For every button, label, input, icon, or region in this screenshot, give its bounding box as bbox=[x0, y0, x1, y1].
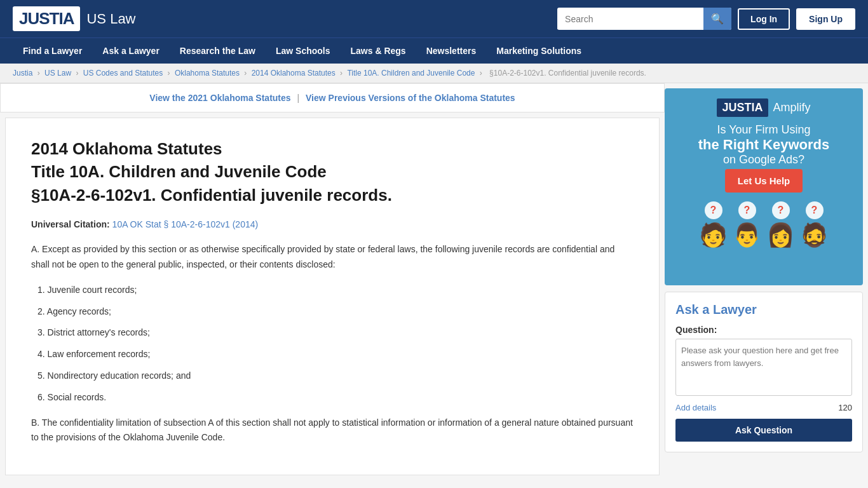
view-2021-link[interactable]: View the 2021 Oklahoma Statutes bbox=[149, 93, 290, 103]
list-item-2: 2. Agency records; bbox=[37, 304, 634, 320]
ad-headline: Is Your Firm Using the Right Keywords on… bbox=[698, 123, 830, 166]
title-line2: Title 10A. Children and Juvenile Code bbox=[31, 162, 327, 181]
nav-newsletters[interactable]: Newsletters bbox=[416, 38, 487, 64]
nav-find-lawyer[interactable]: Find a Lawyer bbox=[13, 38, 92, 64]
person-icon-1: 🧑 bbox=[699, 222, 728, 248]
ad-headline3: on Google Ads? bbox=[723, 153, 804, 166]
site-name: US Law bbox=[86, 11, 135, 27]
logo-text: JUSTIA bbox=[19, 9, 74, 28]
citation-link[interactable]: 10A OK Stat § 10A-2-6-102v1 (2014) bbox=[112, 219, 259, 229]
paragraph-b: B. The confidentiality limitation of sub… bbox=[31, 416, 634, 446]
search-bar: 🔍 bbox=[557, 8, 731, 30]
logo-area: JUSTIA US Law bbox=[13, 6, 136, 31]
citation-line: Universal Citation: 10A OK Stat § 10A-2-… bbox=[31, 219, 634, 229]
statute-document: 2014 Oklahoma Statutes Title 10A. Childr… bbox=[5, 118, 660, 475]
search-button[interactable]: 🔍 bbox=[703, 8, 731, 30]
ask-lawyer-title: Ask a Lawyer bbox=[675, 302, 852, 317]
content-area: View the 2021 Oklahoma Statutes | View P… bbox=[0, 83, 665, 480]
list-items: 1. Juvenile court records; 2. Agency rec… bbox=[31, 283, 634, 405]
bubble-4: ? bbox=[806, 201, 824, 219]
bubble-1: ? bbox=[705, 201, 722, 219]
person-icon-2: 👨 bbox=[733, 222, 761, 248]
nav-laws-regs[interactable]: Laws & Regs bbox=[341, 38, 416, 64]
citation-label: Universal Citation: bbox=[31, 219, 110, 229]
add-details-link[interactable]: Add details bbox=[675, 403, 716, 412]
bubble-3: ? bbox=[772, 201, 790, 219]
breadcrumb-sep-2: › bbox=[76, 69, 80, 78]
nav-ask-lawyer[interactable]: Ask a Lawyer bbox=[92, 38, 170, 64]
view-previous-link[interactable]: View Previous Versions of the Oklahoma S… bbox=[306, 93, 515, 103]
ask-footer: Add details 120 bbox=[675, 403, 852, 412]
ad-box: JUSTIA Amplify Is Your Firm Using the Ri… bbox=[665, 88, 863, 285]
ad-headline1: Is Your Firm Using bbox=[717, 123, 810, 136]
breadcrumb-2014-ok[interactable]: 2014 Oklahoma Statutes bbox=[252, 69, 336, 78]
signup-button[interactable]: Sign Up bbox=[796, 8, 855, 30]
person-icon-3: 👩 bbox=[766, 222, 795, 248]
logo-box: JUSTIA bbox=[13, 6, 80, 31]
ad-amplify-label: Amplify bbox=[773, 101, 811, 114]
ad-cta-button[interactable]: Let Us Help bbox=[725, 169, 803, 193]
ad-illustration: ? 🧑 ? 👨 ? 👩 ? 🧔 bbox=[699, 201, 829, 248]
ad-logo: JUSTIA bbox=[722, 101, 763, 114]
ad-headline2: the Right Keywords bbox=[698, 137, 830, 153]
figure-4: ? 🧔 bbox=[800, 201, 829, 248]
sidebar: JUSTIA Amplify Is Your Firm Using the Ri… bbox=[665, 83, 868, 480]
nav-marketing[interactable]: Marketing Solutions bbox=[486, 38, 592, 64]
breadcrumb: Justia › US Law › US Codes and Statutes … bbox=[0, 64, 868, 83]
breadcrumb-sep-6: › bbox=[480, 69, 484, 78]
breadcrumb-sep-1: › bbox=[37, 69, 42, 78]
search-input[interactable] bbox=[557, 9, 703, 29]
nav-research[interactable]: Research the Law bbox=[170, 38, 266, 64]
list-item-1: 1. Juvenile court records; bbox=[37, 283, 634, 298]
login-button[interactable]: Log In bbox=[738, 8, 790, 30]
ask-lawyer-box: Ask a Lawyer Question: Add details 120 A… bbox=[665, 292, 863, 452]
site-header: JUSTIA US Law 🔍 Log In Sign Up bbox=[0, 0, 868, 37]
header-right: 🔍 Log In Sign Up bbox=[557, 8, 855, 30]
figure-1: ? 🧑 bbox=[699, 201, 728, 248]
title-line3: §10A-2-6-102v1. Confidential juvenile re… bbox=[31, 186, 392, 205]
question-label: Question: bbox=[675, 325, 852, 335]
person-icon-4: 🧔 bbox=[800, 222, 829, 248]
title-line1: 2014 Oklahoma Statutes bbox=[31, 139, 222, 158]
breadcrumb-uscodes[interactable]: US Codes and Statutes bbox=[83, 69, 163, 78]
banner-pipe: | bbox=[297, 93, 300, 103]
list-item-3: 3. District attorney's records; bbox=[37, 325, 634, 341]
breadcrumb-uslaw[interactable]: US Law bbox=[44, 69, 71, 78]
paragraph-a: A. Except as provided by this section or… bbox=[31, 242, 634, 273]
figure-2: ? 👨 bbox=[733, 201, 761, 248]
breadcrumb-title10a[interactable]: Title 10A. Children and Juvenile Code bbox=[347, 69, 475, 78]
ask-question-button[interactable]: Ask Question bbox=[675, 419, 852, 442]
ad-logo-box: JUSTIA bbox=[717, 98, 768, 117]
ad-logo-row: JUSTIA Amplify bbox=[717, 98, 810, 117]
list-item-6: 6. Social records. bbox=[37, 390, 634, 405]
breadcrumb-ok-statutes[interactable]: Oklahoma Statutes bbox=[175, 69, 240, 78]
version-banner: View the 2021 Oklahoma Statutes | View P… bbox=[0, 83, 665, 112]
list-item-5: 5. Nondirectory education records; and bbox=[37, 369, 634, 384]
question-textarea[interactable] bbox=[675, 339, 852, 396]
main-nav: Find a Lawyer Ask a Lawyer Research the … bbox=[0, 37, 868, 64]
nav-law-schools[interactable]: Law Schools bbox=[266, 38, 341, 64]
char-count: 120 bbox=[838, 403, 852, 412]
breadcrumb-justia[interactable]: Justia bbox=[13, 69, 32, 78]
list-item-4: 4. Law enforcement records; bbox=[37, 347, 634, 362]
figure-3: ? 👩 bbox=[766, 201, 795, 248]
breadcrumb-sep-4: › bbox=[244, 69, 248, 78]
breadcrumb-sep-5: › bbox=[340, 69, 344, 78]
bubble-2: ? bbox=[738, 201, 756, 219]
document-title: 2014 Oklahoma Statutes Title 10A. Childr… bbox=[31, 137, 634, 207]
breadcrumb-sep-3: › bbox=[168, 69, 172, 78]
main-container: View the 2021 Oklahoma Statutes | View P… bbox=[0, 83, 868, 480]
breadcrumb-current: §10A-2-6-102v1. Confidential juvenile re… bbox=[489, 69, 646, 78]
